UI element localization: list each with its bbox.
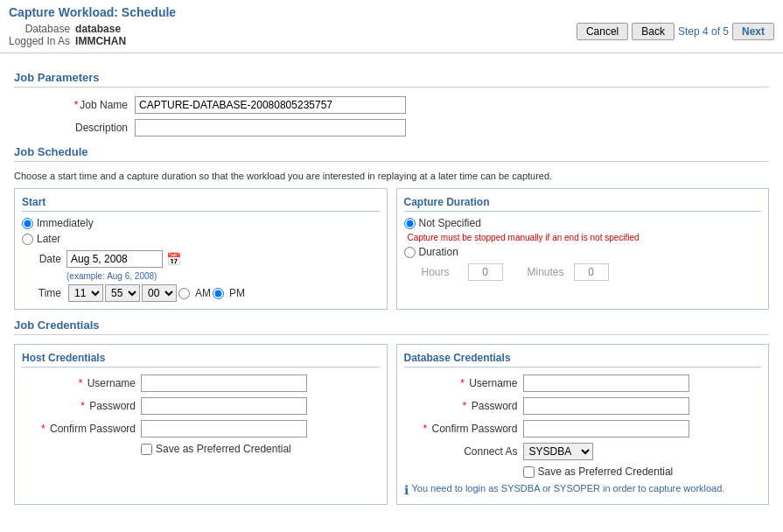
host-save-checkbox[interactable] xyxy=(141,444,152,455)
db-confirm-input[interactable] xyxy=(523,420,689,438)
db-connect-label: Connect As xyxy=(404,445,518,458)
info-note-text: You need to login as SYSDBA or SYSOPER i… xyxy=(412,483,725,494)
logged-in-label: Logged In As xyxy=(9,35,70,47)
am-radio[interactable] xyxy=(178,288,190,299)
hours-label: Hours xyxy=(422,266,461,278)
db-credentials-title: Database Credentials xyxy=(404,352,762,368)
db-password-star: * xyxy=(463,400,467,412)
capture-duration-col: Capture Duration Not Specified Capture m… xyxy=(396,188,770,310)
database-label: Database xyxy=(9,23,70,35)
capture-note: Capture must be stopped manually if an e… xyxy=(408,233,762,242)
duration-radio-row: Duration xyxy=(404,246,762,258)
host-password-label: * Password xyxy=(22,400,136,412)
db-confirm-star: * xyxy=(423,423,427,435)
step-info: Step 4 of 5 xyxy=(678,25,729,38)
description-label: Description xyxy=(14,122,128,134)
page-title: Capture Workload: Schedule xyxy=(9,5,774,19)
schedule-hint: Choose a start time and a capture durati… xyxy=(14,171,769,181)
immediately-row: Immediately xyxy=(22,217,380,229)
time-second-select[interactable]: 00 xyxy=(142,284,177,302)
time-minute-select[interactable]: 55 xyxy=(105,284,140,302)
required-star: * xyxy=(74,99,79,111)
page-header: Capture Workload: Schedule Database data… xyxy=(0,0,783,53)
job-credentials-title: Job Credentials xyxy=(14,318,769,335)
db-connect-select[interactable]: SYSDBA SYSOPER NORMAL xyxy=(523,443,593,460)
date-row: Date 📅 xyxy=(22,250,380,268)
logged-in-value: IMMCHAN xyxy=(75,35,126,47)
description-input[interactable] xyxy=(135,119,406,136)
host-password-star: * xyxy=(80,400,85,412)
not-specified-row: Not Specified xyxy=(404,217,762,229)
host-confirm-row: * Confirm Password xyxy=(22,420,380,438)
cancel-button[interactable]: Cancel xyxy=(577,23,628,40)
later-radio[interactable] xyxy=(22,234,33,245)
db-username-star: * xyxy=(460,377,465,389)
duration-inputs-row: Hours Minutes xyxy=(404,263,762,281)
job-name-label: *Job Name xyxy=(14,99,128,111)
db-info: Database database Logged In As IMMCHAN xyxy=(9,23,126,47)
minutes-label: Minutes xyxy=(528,266,567,278)
duration-radio[interactable] xyxy=(404,247,416,258)
credentials-layout: Host Credentials * Username * Password *… xyxy=(14,344,769,505)
host-username-input[interactable] xyxy=(141,374,307,392)
host-save-label: Save as Preferred Credential xyxy=(156,443,291,455)
info-note: ℹ You need to login as SYSDBA or SYSOPER… xyxy=(404,483,762,497)
header-nav: Cancel Back Step 4 of 5 Next xyxy=(577,23,774,40)
db-save-label: Save as Preferred Credential xyxy=(538,466,674,478)
host-confirm-input[interactable] xyxy=(141,420,307,438)
time-label: Time xyxy=(22,287,61,299)
date-example: (example: Aug 6, 2008) xyxy=(66,271,380,281)
db-credentials-col: Database Credentials * Username * Passwo… xyxy=(396,344,770,505)
time-row: Time 11 55 00 AM PM xyxy=(22,284,380,302)
job-name-row: *Job Name xyxy=(14,96,769,114)
date-input[interactable] xyxy=(66,250,163,268)
job-parameters-form: *Job Name Description xyxy=(14,96,769,136)
host-username-label: * Username xyxy=(22,377,136,389)
page-body: Job Parameters *Job Name Description Job… xyxy=(0,53,783,514)
host-confirm-star: * xyxy=(41,423,45,435)
description-row: Description xyxy=(14,119,769,136)
start-title: Start xyxy=(22,196,380,212)
capture-duration-title: Capture Duration xyxy=(404,196,762,212)
time-hour-select[interactable]: 11 xyxy=(68,284,103,302)
calendar-icon[interactable]: 📅 xyxy=(166,252,181,266)
host-username-star: * xyxy=(79,377,83,389)
date-label: Date xyxy=(22,253,61,265)
host-confirm-label: * Confirm Password xyxy=(22,423,136,435)
db-username-row: * Username xyxy=(404,374,762,392)
next-button[interactable]: Next xyxy=(732,23,774,40)
duration-label: Duration xyxy=(419,246,458,258)
later-row: Later xyxy=(22,233,380,245)
db-password-row: * Password xyxy=(404,397,762,415)
host-credentials-title: Host Credentials xyxy=(22,352,380,368)
db-username-input[interactable] xyxy=(523,374,689,392)
db-password-label: * Password xyxy=(404,400,518,412)
schedule-layout: Start Immediately Later Date 📅 (example:… xyxy=(14,188,769,310)
db-confirm-label: * Confirm Password xyxy=(404,423,518,435)
host-password-row: * Password xyxy=(22,397,380,415)
minutes-input[interactable] xyxy=(574,263,609,281)
db-username-label: * Username xyxy=(404,377,518,389)
db-password-input[interactable] xyxy=(523,397,689,415)
job-name-input[interactable] xyxy=(135,96,406,114)
later-label: Later xyxy=(37,233,60,245)
db-save-checkbox[interactable] xyxy=(523,466,535,478)
host-password-input[interactable] xyxy=(141,397,307,415)
immediately-radio[interactable] xyxy=(22,218,33,229)
db-connect-row: Connect As SYSDBA SYSOPER NORMAL xyxy=(404,443,762,460)
host-username-row: * Username xyxy=(22,374,380,392)
not-specified-radio[interactable] xyxy=(404,218,416,229)
immediately-label: Immediately xyxy=(37,217,94,229)
pm-label: PM xyxy=(229,287,245,299)
database-value: database xyxy=(75,23,126,35)
db-confirm-row: * Confirm Password xyxy=(404,420,762,438)
hours-input[interactable] xyxy=(468,263,503,281)
db-save-row: Save as Preferred Credential xyxy=(523,466,762,478)
host-save-row: Save as Preferred Credential xyxy=(141,443,380,455)
not-specified-label: Not Specified xyxy=(419,217,481,229)
back-button[interactable]: Back xyxy=(632,23,675,40)
host-credentials-col: Host Credentials * Username * Password *… xyxy=(14,344,388,505)
job-parameters-title: Job Parameters xyxy=(14,71,769,88)
job-schedule-title: Job Schedule xyxy=(14,145,769,162)
pm-radio[interactable] xyxy=(213,288,224,299)
